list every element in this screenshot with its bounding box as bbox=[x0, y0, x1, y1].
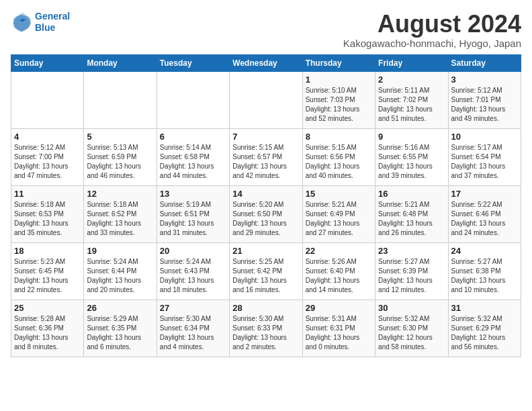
day-number: 27 bbox=[160, 303, 226, 313]
day-detail: Sunrise: 5:17 AM Sunset: 6:54 PM Dayligh… bbox=[451, 143, 518, 181]
calendar-cell bbox=[230, 71, 302, 128]
day-detail: Sunrise: 5:24 AM Sunset: 6:44 PM Dayligh… bbox=[87, 257, 153, 295]
calendar-cell: 14Sunrise: 5:20 AM Sunset: 6:50 PM Dayli… bbox=[230, 185, 302, 242]
calendar-cell: 29Sunrise: 5:31 AM Sunset: 6:31 PM Dayli… bbox=[302, 300, 375, 357]
day-detail: Sunrise: 5:12 AM Sunset: 7:00 PM Dayligh… bbox=[14, 143, 81, 181]
day-detail: Sunrise: 5:15 AM Sunset: 6:56 PM Dayligh… bbox=[306, 143, 372, 181]
calendar-cell: 4Sunrise: 5:12 AM Sunset: 7:00 PM Daylig… bbox=[11, 128, 84, 185]
day-number: 19 bbox=[87, 246, 153, 256]
calendar-cell: 15Sunrise: 5:21 AM Sunset: 6:49 PM Dayli… bbox=[302, 185, 375, 242]
day-detail: Sunrise: 5:32 AM Sunset: 6:29 PM Dayligh… bbox=[451, 314, 518, 352]
calendar-cell: 20Sunrise: 5:24 AM Sunset: 6:43 PM Dayli… bbox=[157, 242, 229, 300]
day-detail: Sunrise: 5:15 AM Sunset: 6:57 PM Dayligh… bbox=[232, 143, 299, 181]
calendar-cell: 25Sunrise: 5:28 AM Sunset: 6:36 PM Dayli… bbox=[11, 300, 84, 357]
day-number: 16 bbox=[378, 189, 445, 199]
day-detail: Sunrise: 5:26 AM Sunset: 6:40 PM Dayligh… bbox=[306, 257, 372, 295]
day-number: 25 bbox=[14, 303, 81, 313]
calendar-cell: 30Sunrise: 5:32 AM Sunset: 6:30 PM Dayli… bbox=[375, 300, 448, 357]
day-number: 14 bbox=[232, 189, 299, 199]
day-number: 12 bbox=[87, 189, 153, 199]
calendar-cell: 19Sunrise: 5:24 AM Sunset: 6:44 PM Dayli… bbox=[84, 242, 157, 300]
calendar-cell: 6Sunrise: 5:14 AM Sunset: 6:58 PM Daylig… bbox=[157, 128, 229, 185]
day-number: 15 bbox=[306, 189, 372, 199]
logo: General Blue bbox=[11, 11, 70, 34]
week-row-2: 4Sunrise: 5:12 AM Sunset: 7:00 PM Daylig… bbox=[11, 128, 521, 185]
day-detail: Sunrise: 5:30 AM Sunset: 6:33 PM Dayligh… bbox=[232, 314, 299, 352]
week-row-1: 1Sunrise: 5:10 AM Sunset: 7:03 PM Daylig… bbox=[11, 71, 521, 128]
day-number: 26 bbox=[87, 303, 153, 313]
calendar-cell: 26Sunrise: 5:29 AM Sunset: 6:35 PM Dayli… bbox=[84, 300, 157, 357]
calendar-cell: 9Sunrise: 5:16 AM Sunset: 6:55 PM Daylig… bbox=[375, 128, 448, 185]
day-detail: Sunrise: 5:25 AM Sunset: 6:42 PM Dayligh… bbox=[232, 257, 299, 295]
day-detail: Sunrise: 5:21 AM Sunset: 6:49 PM Dayligh… bbox=[306, 200, 372, 238]
calendar-cell: 13Sunrise: 5:19 AM Sunset: 6:51 PM Dayli… bbox=[157, 185, 229, 242]
weekday-header-wednesday: Wednesday bbox=[230, 54, 302, 71]
logo-text: General Blue bbox=[35, 11, 70, 34]
day-number: 22 bbox=[306, 246, 372, 256]
calendar-cell bbox=[84, 71, 157, 128]
day-number: 11 bbox=[14, 189, 81, 199]
weekday-header-thursday: Thursday bbox=[302, 54, 375, 71]
calendar-cell: 3Sunrise: 5:12 AM Sunset: 7:01 PM Daylig… bbox=[448, 71, 521, 128]
calendar-cell: 18Sunrise: 5:23 AM Sunset: 6:45 PM Dayli… bbox=[11, 242, 84, 300]
day-number: 1 bbox=[306, 75, 372, 85]
day-detail: Sunrise: 5:21 AM Sunset: 6:48 PM Dayligh… bbox=[378, 200, 445, 238]
week-row-3: 11Sunrise: 5:18 AM Sunset: 6:53 PM Dayli… bbox=[11, 185, 521, 242]
day-detail: Sunrise: 5:14 AM Sunset: 6:58 PM Dayligh… bbox=[160, 143, 226, 181]
day-detail: Sunrise: 5:20 AM Sunset: 6:50 PM Dayligh… bbox=[232, 200, 299, 238]
calendar-cell: 10Sunrise: 5:17 AM Sunset: 6:54 PM Dayli… bbox=[448, 128, 521, 185]
calendar-cell: 21Sunrise: 5:25 AM Sunset: 6:42 PM Dayli… bbox=[230, 242, 302, 300]
day-detail: Sunrise: 5:18 AM Sunset: 6:53 PM Dayligh… bbox=[14, 200, 81, 238]
calendar-cell: 28Sunrise: 5:30 AM Sunset: 6:33 PM Dayli… bbox=[230, 300, 302, 357]
day-detail: Sunrise: 5:29 AM Sunset: 6:35 PM Dayligh… bbox=[87, 314, 153, 352]
calendar-cell: 24Sunrise: 5:27 AM Sunset: 6:38 PM Dayli… bbox=[448, 242, 521, 300]
calendar-cell: 17Sunrise: 5:22 AM Sunset: 6:46 PM Dayli… bbox=[448, 185, 521, 242]
day-detail: Sunrise: 5:23 AM Sunset: 6:45 PM Dayligh… bbox=[14, 257, 81, 295]
day-number: 2 bbox=[378, 75, 445, 85]
day-detail: Sunrise: 5:27 AM Sunset: 6:38 PM Dayligh… bbox=[451, 257, 518, 295]
day-number: 21 bbox=[232, 246, 299, 256]
calendar-cell: 16Sunrise: 5:21 AM Sunset: 6:48 PM Dayli… bbox=[375, 185, 448, 242]
calendar-subtitle: Kakogawacho-honmachi, Hyogo, Japan bbox=[343, 38, 521, 49]
day-number: 31 bbox=[451, 303, 518, 313]
weekday-header-tuesday: Tuesday bbox=[157, 54, 229, 71]
calendar-cell: 22Sunrise: 5:26 AM Sunset: 6:40 PM Dayli… bbox=[302, 242, 375, 300]
day-detail: Sunrise: 5:28 AM Sunset: 6:36 PM Dayligh… bbox=[14, 314, 81, 352]
calendar-cell: 11Sunrise: 5:18 AM Sunset: 6:53 PM Dayli… bbox=[11, 185, 84, 242]
day-detail: Sunrise: 5:30 AM Sunset: 6:34 PM Dayligh… bbox=[160, 314, 226, 352]
day-detail: Sunrise: 5:11 AM Sunset: 7:02 PM Dayligh… bbox=[378, 86, 445, 124]
calendar-cell: 27Sunrise: 5:30 AM Sunset: 6:34 PM Dayli… bbox=[157, 300, 229, 357]
day-detail: Sunrise: 5:32 AM Sunset: 6:30 PM Dayligh… bbox=[378, 314, 445, 352]
day-detail: Sunrise: 5:27 AM Sunset: 6:39 PM Dayligh… bbox=[378, 257, 445, 295]
weekday-header-sunday: Sunday bbox=[11, 54, 84, 71]
calendar-cell: 31Sunrise: 5:32 AM Sunset: 6:29 PM Dayli… bbox=[448, 300, 521, 357]
day-number: 10 bbox=[451, 132, 518, 142]
day-number: 18 bbox=[14, 246, 81, 256]
day-number: 17 bbox=[451, 189, 518, 199]
day-number: 5 bbox=[87, 132, 153, 142]
day-number: 29 bbox=[306, 303, 372, 313]
day-number: 13 bbox=[160, 189, 226, 199]
calendar-title: August 2024 bbox=[343, 11, 521, 38]
calendar-table: SundayMondayTuesdayWednesdayThursdayFrid… bbox=[11, 54, 521, 357]
day-number: 30 bbox=[378, 303, 445, 313]
calendar-cell bbox=[157, 71, 229, 128]
page-header: General Blue August 2024 Kakogawacho-hon… bbox=[11, 11, 521, 49]
day-number: 6 bbox=[160, 132, 226, 142]
calendar-cell: 23Sunrise: 5:27 AM Sunset: 6:39 PM Dayli… bbox=[375, 242, 448, 300]
day-number: 9 bbox=[378, 132, 445, 142]
day-number: 23 bbox=[378, 246, 445, 256]
day-number: 7 bbox=[232, 132, 299, 142]
day-number: 4 bbox=[14, 132, 81, 142]
day-detail: Sunrise: 5:13 AM Sunset: 6:59 PM Dayligh… bbox=[87, 143, 153, 181]
weekday-header-friday: Friday bbox=[375, 54, 448, 71]
day-detail: Sunrise: 5:19 AM Sunset: 6:51 PM Dayligh… bbox=[160, 200, 226, 238]
week-row-5: 25Sunrise: 5:28 AM Sunset: 6:36 PM Dayli… bbox=[11, 300, 521, 357]
day-detail: Sunrise: 5:16 AM Sunset: 6:55 PM Dayligh… bbox=[378, 143, 445, 181]
calendar-cell: 2Sunrise: 5:11 AM Sunset: 7:02 PM Daylig… bbox=[375, 71, 448, 128]
day-number: 3 bbox=[451, 75, 518, 85]
calendar-cell: 5Sunrise: 5:13 AM Sunset: 6:59 PM Daylig… bbox=[84, 128, 157, 185]
day-detail: Sunrise: 5:10 AM Sunset: 7:03 PM Dayligh… bbox=[306, 86, 372, 124]
day-number: 28 bbox=[232, 303, 299, 313]
calendar-cell: 12Sunrise: 5:18 AM Sunset: 6:52 PM Dayli… bbox=[84, 185, 157, 242]
